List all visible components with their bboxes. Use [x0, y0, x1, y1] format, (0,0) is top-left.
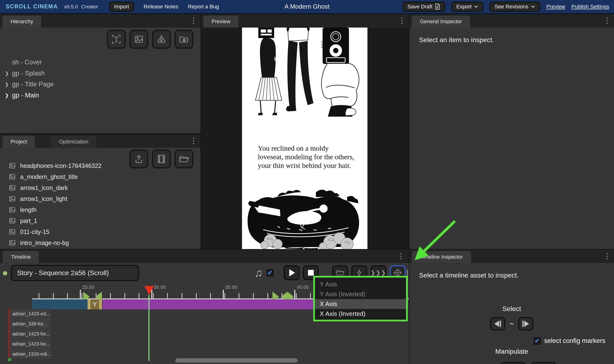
- tab-timeline[interactable]: Timeline: [3, 251, 39, 263]
- axis-dropdown-option[interactable]: Y Axis (Inverted): [315, 289, 406, 299]
- track-row[interactable]: adrian_339-for...: [8, 319, 50, 329]
- timeline-inspector-tabbar: Timeline Inspector ⋮: [409, 249, 614, 263]
- clip-y-marker[interactable]: Y: [90, 299, 99, 309]
- track-row[interactable]: adrian_1423-ed...: [8, 309, 50, 318]
- preview-link[interactable]: Preview: [546, 4, 565, 10]
- tab-timeline-inspector[interactable]: Timeline Inspector: [412, 251, 471, 263]
- timeline-panel: Timeline ⋮ Story - Sequence 2a56 (Scroll…: [0, 249, 409, 364]
- hierarchy-menu-icon[interactable]: ⋮: [190, 17, 197, 24]
- tab-general-inspector[interactable]: General Inspector: [412, 15, 470, 27]
- asset-item[interactable]: length: [9, 204, 196, 215]
- clip-teal[interactable]: [32, 299, 87, 309]
- playhead-marker[interactable]: [144, 286, 154, 295]
- report-bug-link[interactable]: Report a Bug: [188, 4, 219, 10]
- preview-menu-icon[interactable]: ⋮: [398, 17, 405, 24]
- project-panel: Project Optimization ⋮: [0, 134, 200, 249]
- asset-item[interactable]: headphones-icon-1764346322: [9, 160, 196, 171]
- asset-item[interactable]: intro_image-no-bg: [9, 237, 196, 248]
- select-config-markers-checkbox[interactable]: ✔: [534, 338, 541, 345]
- add-shape-button[interactable]: [152, 30, 171, 49]
- track-row[interactable]: adrian_1316-edi...: [8, 349, 50, 359]
- axis-dropdown-option[interactable]: X Axis (Inverted): [315, 309, 406, 319]
- track-name: adrian_339-for...: [12, 321, 47, 327]
- asset-name: 011-city-15: [20, 228, 49, 235]
- add-image-button[interactable]: [129, 30, 148, 49]
- add-text-button[interactable]: [107, 30, 126, 49]
- track-row[interactable]: adrian_1423-for...: [8, 329, 50, 339]
- asset-name: part_1: [20, 217, 37, 224]
- track-marker-green: [8, 358, 11, 361]
- next-icon: [524, 321, 529, 327]
- sequence-name-field[interactable]: Story - Sequence 2a56 (Scroll): [11, 265, 139, 281]
- axis-dropdown-option[interactable]: X Axis: [315, 299, 406, 309]
- asset-item[interactable]: a_modern_ghost_title: [9, 171, 196, 182]
- hierarchy-tabbar: Hierarchy ⋮: [0, 14, 200, 27]
- import-button[interactable]: Import: [109, 2, 134, 12]
- general-inspector-menu-icon[interactable]: ⋮: [603, 17, 611, 24]
- image-asset-icon: [9, 228, 16, 235]
- text-tool-icon: [112, 35, 121, 44]
- track-name: adrian_1316-edi...: [12, 351, 51, 357]
- hierarchy-item[interactable]: ❯ gp - Title Page: [5, 79, 196, 90]
- ruler-major-tick: [294, 290, 295, 298]
- asset-item[interactable]: arrow1_icon_light: [9, 193, 196, 204]
- chevron-right-icon[interactable]: ❯: [5, 81, 11, 87]
- play-button[interactable]: [284, 265, 300, 280]
- save-draft-button[interactable]: Save Draft: [403, 2, 445, 12]
- previous-marker-button[interactable]: [490, 317, 505, 330]
- release-notes-link[interactable]: Release Notes: [144, 4, 178, 10]
- next-marker-button[interactable]: [518, 317, 533, 330]
- divider: [0, 249, 614, 249]
- hierarchy-item[interactable]: ❯ gp - Splash: [5, 68, 196, 79]
- timeline-tabbar: Timeline ⋮: [0, 249, 409, 263]
- illustration-loveseat: [244, 187, 365, 249]
- config-marker-checkbox-row: ✔ select config markers: [534, 337, 605, 345]
- story-page[interactable]: You reclined on a moldy loveseat, modeli…: [242, 27, 367, 249]
- image-icon: [134, 35, 144, 44]
- manipulate-button-partial[interactable]: [501, 362, 526, 364]
- asset-name: headphones-icon-1764346322: [20, 162, 101, 169]
- chevron-down-icon: [531, 5, 535, 8]
- track-name: adrian_1423-ed...: [12, 311, 50, 317]
- tab-hierarchy[interactable]: Hierarchy: [2, 15, 41, 27]
- track-row[interactable]: adrian_1423-for...: [8, 339, 50, 349]
- select-heading: Select: [409, 305, 614, 313]
- divider: [0, 133, 200, 134]
- add-group-button[interactable]: [175, 30, 193, 49]
- folder-gear-icon: [179, 35, 189, 44]
- chevron-right-icon[interactable]: ❯: [5, 92, 11, 98]
- hierarchy-item[interactable]: ❯ sh - Cover: [5, 57, 196, 68]
- tab-project[interactable]: Project: [2, 136, 35, 148]
- clip-olive-edge[interactable]: [99, 299, 102, 309]
- asset-name: length: [20, 207, 36, 213]
- document-icon: [435, 4, 440, 10]
- preview-panel: Preview ⋮: [201, 14, 409, 249]
- shapes-icon: [157, 35, 166, 44]
- audio-enabled-checkbox[interactable]: ✔: [266, 269, 274, 276]
- timeline-inspector-menu-icon[interactable]: ⋮: [603, 252, 611, 260]
- previous-icon: [494, 321, 499, 327]
- ruler-major-tick: [223, 290, 224, 298]
- tab-optimization[interactable]: Optimization: [51, 136, 97, 148]
- publish-settings-link[interactable]: Publish Settings: [571, 4, 609, 10]
- image-asset-icon: [9, 217, 16, 224]
- tab-preview[interactable]: Preview: [203, 15, 238, 27]
- manipulate-button-partial[interactable]: [531, 362, 556, 364]
- timeline-horizontal-scrollbar[interactable]: [175, 358, 298, 363]
- see-revisions-button[interactable]: See Revisions: [489, 2, 540, 12]
- hierarchy-item[interactable]: ❯ gp - Main: [5, 90, 196, 101]
- clip-olive-edge[interactable]: [87, 299, 90, 309]
- app-logo: SCROLL CINEMA: [6, 3, 58, 10]
- asset-item[interactable]: part_1: [9, 215, 196, 226]
- axis-dropdown-option[interactable]: Y Axis: [315, 279, 406, 289]
- export-button[interactable]: Export: [451, 2, 484, 12]
- triple-chevron-icon: ❯❯❯: [370, 269, 386, 276]
- project-menu-icon[interactable]: ⋮: [190, 137, 197, 144]
- track-name: adrian_1423-for...: [12, 341, 50, 347]
- timeline-menu-icon[interactable]: ⋮: [397, 252, 405, 260]
- asset-item[interactable]: 011-city-15: [9, 226, 196, 237]
- chevron-right-icon[interactable]: ❯: [5, 70, 11, 76]
- asset-item[interactable]: arrow1_icon_dark: [9, 182, 196, 193]
- asset-name: a_modern_ghost_title: [20, 173, 78, 180]
- ruler-major-tick: [80, 290, 81, 298]
